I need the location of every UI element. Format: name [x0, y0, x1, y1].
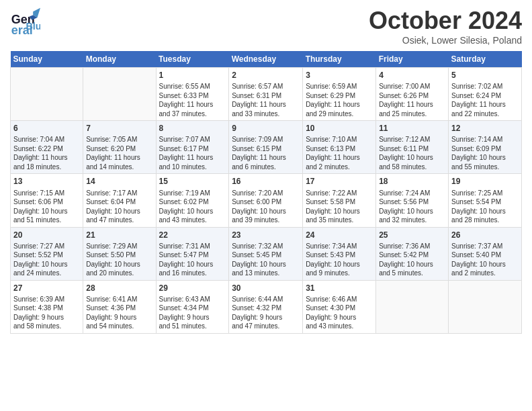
calendar-cell: 6Sunrise: 7:04 AM Sunset: 6:22 PM Daylig… [11, 121, 83, 174]
calendar-week-4: 20Sunrise: 7:27 AM Sunset: 5:52 PM Dayli… [11, 227, 522, 280]
day-info: Sunrise: 7:02 AM Sunset: 6:24 PM Dayligh… [451, 82, 519, 118]
calendar-cell: 9Sunrise: 7:09 AM Sunset: 6:15 PM Daylig… [229, 121, 303, 174]
day-info: Sunrise: 7:04 AM Sunset: 6:22 PM Dayligh… [13, 135, 80, 171]
calendar-cell: 5Sunrise: 7:02 AM Sunset: 6:24 PM Daylig… [449, 68, 522, 121]
day-info: Sunrise: 7:22 AM Sunset: 5:58 PM Dayligh… [306, 189, 373, 225]
calendar-cell: 2Sunrise: 6:57 AM Sunset: 6:31 PM Daylig… [229, 68, 303, 121]
weekday-header-wednesday: Wednesday [229, 51, 303, 68]
day-info: Sunrise: 7:07 AM Sunset: 6:17 PM Dayligh… [159, 135, 226, 171]
day-number: 11 [379, 123, 445, 134]
day-number: 13 [13, 176, 80, 187]
day-info: Sunrise: 6:43 AM Sunset: 4:34 PM Dayligh… [159, 295, 226, 331]
day-info: Sunrise: 7:15 AM Sunset: 6:06 PM Dayligh… [13, 189, 80, 225]
calendar-week-3: 13Sunrise: 7:15 AM Sunset: 6:06 PM Dayli… [11, 174, 522, 227]
page-header: Gen eral Blue October 2024 Osiek, Lower … [10, 7, 522, 46]
day-number: 17 [306, 176, 373, 187]
day-info: Sunrise: 7:32 AM Sunset: 5:45 PM Dayligh… [232, 242, 300, 278]
weekday-header-row: SundayMondayTuesdayWednesdayThursdayFrid… [11, 51, 522, 68]
calendar-cell: 23Sunrise: 7:32 AM Sunset: 5:45 PM Dayli… [229, 227, 303, 280]
day-number: 3 [306, 70, 373, 81]
weekday-header-tuesday: Tuesday [156, 51, 229, 68]
day-number: 30 [232, 283, 300, 293]
day-info: Sunrise: 6:55 AM Sunset: 6:33 PM Dayligh… [159, 82, 226, 118]
calendar-cell: 16Sunrise: 7:20 AM Sunset: 6:00 PM Dayli… [229, 174, 303, 227]
weekday-header-saturday: Saturday [449, 51, 522, 68]
calendar-cell: 31Sunrise: 6:46 AM Sunset: 4:30 PM Dayli… [303, 280, 376, 333]
day-info: Sunrise: 7:31 AM Sunset: 5:47 PM Dayligh… [159, 242, 226, 278]
calendar-cell: 21Sunrise: 7:29 AM Sunset: 5:50 PM Dayli… [83, 227, 156, 280]
calendar-week-1: 1Sunrise: 6:55 AM Sunset: 6:33 PM Daylig… [11, 68, 522, 121]
calendar-body: 1Sunrise: 6:55 AM Sunset: 6:33 PM Daylig… [11, 68, 522, 334]
calendar-cell: 29Sunrise: 6:43 AM Sunset: 4:34 PM Dayli… [156, 280, 229, 333]
day-info: Sunrise: 7:20 AM Sunset: 6:00 PM Dayligh… [232, 189, 300, 225]
day-number: 31 [306, 283, 373, 293]
calendar-cell: 22Sunrise: 7:31 AM Sunset: 5:47 PM Dayli… [156, 227, 229, 280]
calendar-week-5: 27Sunrise: 6:39 AM Sunset: 4:38 PM Dayli… [11, 280, 522, 333]
day-number: 2 [232, 70, 300, 81]
day-number: 15 [159, 176, 226, 187]
day-info: Sunrise: 7:29 AM Sunset: 5:50 PM Dayligh… [86, 242, 152, 278]
calendar-cell [449, 280, 522, 333]
calendar-cell: 28Sunrise: 6:41 AM Sunset: 4:36 PM Dayli… [83, 280, 156, 333]
day-number: 8 [159, 123, 226, 134]
day-number: 12 [451, 123, 519, 134]
calendar-cell: 17Sunrise: 7:22 AM Sunset: 5:58 PM Dayli… [303, 174, 376, 227]
day-number: 5 [451, 70, 519, 81]
day-info: Sunrise: 7:25 AM Sunset: 5:54 PM Dayligh… [451, 189, 519, 225]
logo: Gen eral Blue [10, 7, 40, 37]
calendar-cell: 30Sunrise: 6:44 AM Sunset: 4:32 PM Dayli… [229, 280, 303, 333]
calendar-cell: 13Sunrise: 7:15 AM Sunset: 6:06 PM Dayli… [11, 174, 83, 227]
day-number: 7 [86, 123, 152, 134]
calendar-cell [376, 280, 449, 333]
day-info: Sunrise: 7:24 AM Sunset: 5:56 PM Dayligh… [379, 189, 445, 225]
day-number: 9 [232, 123, 300, 134]
weekday-header-monday: Monday [83, 51, 156, 68]
day-info: Sunrise: 6:41 AM Sunset: 4:36 PM Dayligh… [86, 295, 152, 331]
weekday-header-friday: Friday [376, 51, 449, 68]
day-info: Sunrise: 7:10 AM Sunset: 6:13 PM Dayligh… [306, 135, 373, 171]
calendar-cell: 15Sunrise: 7:19 AM Sunset: 6:02 PM Dayli… [156, 174, 229, 227]
day-info: Sunrise: 7:19 AM Sunset: 6:02 PM Dayligh… [159, 189, 226, 225]
calendar-cell [11, 68, 83, 121]
calendar-cell: 12Sunrise: 7:14 AM Sunset: 6:09 PM Dayli… [449, 121, 522, 174]
day-info: Sunrise: 6:39 AM Sunset: 4:38 PM Dayligh… [13, 295, 80, 331]
day-number: 19 [451, 176, 519, 187]
day-info: Sunrise: 7:09 AM Sunset: 6:15 PM Dayligh… [232, 135, 300, 171]
weekday-header-sunday: Sunday [11, 51, 83, 68]
day-number: 18 [379, 176, 445, 187]
location: Osiek, Lower Silesia, Poland [369, 35, 522, 46]
day-info: Sunrise: 6:44 AM Sunset: 4:32 PM Dayligh… [232, 295, 300, 331]
day-number: 24 [306, 230, 373, 240]
calendar-cell: 19Sunrise: 7:25 AM Sunset: 5:54 PM Dayli… [449, 174, 522, 227]
calendar-cell: 27Sunrise: 6:39 AM Sunset: 4:38 PM Dayli… [11, 280, 83, 333]
day-info: Sunrise: 7:05 AM Sunset: 6:20 PM Dayligh… [86, 135, 152, 171]
calendar-cell: 3Sunrise: 6:59 AM Sunset: 6:29 PM Daylig… [303, 68, 376, 121]
day-number: 26 [451, 230, 519, 240]
day-number: 6 [13, 123, 80, 134]
day-number: 21 [86, 230, 152, 240]
calendar-cell: 26Sunrise: 7:37 AM Sunset: 5:40 PM Dayli… [449, 227, 522, 280]
calendar-cell: 7Sunrise: 7:05 AM Sunset: 6:20 PM Daylig… [83, 121, 156, 174]
day-info: Sunrise: 7:14 AM Sunset: 6:09 PM Dayligh… [451, 135, 519, 171]
day-number: 29 [159, 283, 226, 293]
day-number: 16 [232, 176, 300, 187]
day-info: Sunrise: 7:00 AM Sunset: 6:26 PM Dayligh… [379, 82, 445, 118]
calendar-cell: 8Sunrise: 7:07 AM Sunset: 6:17 PM Daylig… [156, 121, 229, 174]
day-number: 27 [13, 283, 80, 293]
day-info: Sunrise: 6:46 AM Sunset: 4:30 PM Dayligh… [306, 295, 373, 331]
day-info: Sunrise: 7:34 AM Sunset: 5:43 PM Dayligh… [306, 242, 373, 278]
day-info: Sunrise: 6:59 AM Sunset: 6:29 PM Dayligh… [306, 82, 373, 118]
title-block: October 2024 Osiek, Lower Silesia, Polan… [369, 7, 522, 46]
day-number: 28 [86, 283, 152, 293]
day-info: Sunrise: 7:36 AM Sunset: 5:42 PM Dayligh… [379, 242, 445, 278]
calendar-cell: 11Sunrise: 7:12 AM Sunset: 6:11 PM Dayli… [376, 121, 449, 174]
calendar-cell: 20Sunrise: 7:27 AM Sunset: 5:52 PM Dayli… [11, 227, 83, 280]
calendar-table: SundayMondayTuesdayWednesdayThursdayFrid… [10, 51, 522, 334]
calendar-cell: 1Sunrise: 6:55 AM Sunset: 6:33 PM Daylig… [156, 68, 229, 121]
svg-text:Blue: Blue [26, 21, 40, 32]
calendar-cell [83, 68, 156, 121]
day-number: 20 [13, 230, 80, 240]
day-info: Sunrise: 7:12 AM Sunset: 6:11 PM Dayligh… [379, 135, 445, 171]
calendar-week-2: 6Sunrise: 7:04 AM Sunset: 6:22 PM Daylig… [11, 121, 522, 174]
day-number: 1 [159, 70, 226, 81]
